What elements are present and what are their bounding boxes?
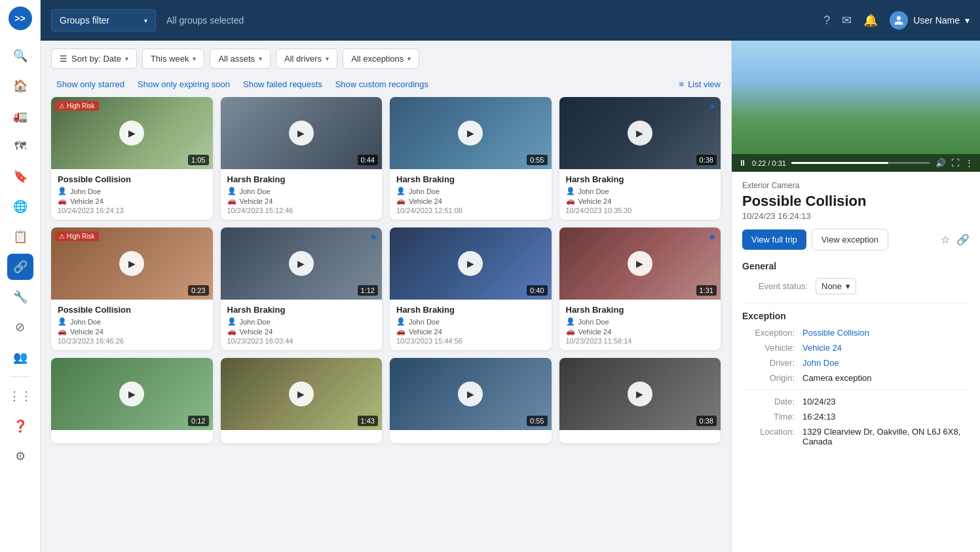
video-title-4: Harsh Braking xyxy=(566,174,715,184)
driver-icon-4: 👤 xyxy=(566,187,575,195)
groups-filter-label: Groups filter xyxy=(60,15,109,26)
video-title-7: Harsh Braking xyxy=(396,305,545,315)
play-button-11[interactable]: ▶ xyxy=(458,382,483,406)
sidebar-item-home[interactable]: 🏠 xyxy=(7,73,33,99)
video-card-12[interactable]: ▶ 0:38 xyxy=(559,358,721,443)
video-card-4[interactable]: ★ ▶ 0:38 Harsh Braking 👤 John Doe 🚗 Vehi… xyxy=(559,97,721,220)
sort-icon: ☰ xyxy=(60,54,67,64)
video-card-6[interactable]: ★ ▶ 1:12 Harsh Braking 👤 John Doe 🚗 Vehi… xyxy=(221,227,383,350)
video-card-7[interactable]: ▶ 0:40 Harsh Braking 👤 John Doe 🚗 Vehicl… xyxy=(390,227,552,350)
sidebar-item-grid[interactable]: ⋮⋮ xyxy=(7,383,33,409)
drivers-chevron-icon: ▾ xyxy=(326,55,329,62)
star-action-icon[interactable]: ☆ xyxy=(941,233,950,246)
video-date-3: 10/24/2023 12:51:08 xyxy=(396,207,545,214)
video-card-10[interactable]: ▶ 1:43 xyxy=(221,358,383,443)
volume-icon[interactable]: 🔊 xyxy=(935,158,946,168)
sidebar-item-link[interactable]: 🔗 xyxy=(7,254,33,280)
video-thumb-2: ▶ 0:44 xyxy=(221,97,383,169)
sub-filter-custom[interactable]: Show custom recordings xyxy=(330,77,434,92)
drivers-filter[interactable]: All drivers ▾ xyxy=(276,49,337,69)
play-button-5[interactable]: ▶ xyxy=(119,251,144,276)
time-value: 16:24:13 xyxy=(802,412,836,422)
video-grid: ⚠ High Risk ▶ 1:05 Possible Collision 👤 … xyxy=(41,97,731,552)
sidebar-item-settings[interactable]: ⚙ xyxy=(7,443,33,469)
sidebar-item-people[interactable]: 👥 xyxy=(7,344,33,370)
sidebar-item-camera[interactable]: ⊘ xyxy=(7,314,33,340)
video-card-11[interactable]: ▶ 0:55 xyxy=(390,358,552,443)
play-button-1[interactable]: ▶ xyxy=(119,121,144,146)
view-full-trip-button[interactable]: View full trip xyxy=(742,229,806,250)
play-button-7[interactable]: ▶ xyxy=(458,251,483,276)
play-button-8[interactable]: ▶ xyxy=(628,251,652,276)
play-button-4[interactable]: ▶ xyxy=(628,121,652,146)
sidebar: >> 🔍 🏠 🚛 🗺 🔖 🌐 📋 🔗 🔧 ⊘ 👥 ⋮⋮ ❓ ⚙ xyxy=(0,0,41,552)
fullscreen-icon[interactable]: ⛶ xyxy=(951,158,960,168)
sub-filter-expiring[interactable]: Show only expiring soon xyxy=(132,77,235,92)
more-icon[interactable]: ⋮ xyxy=(965,158,973,168)
event-status-chevron-icon: ▾ xyxy=(846,281,850,291)
vehicle-value[interactable]: Vehicle 24 xyxy=(802,343,842,353)
content-area: ☰ Sort by: Date ▾ This week ▾ All assets… xyxy=(41,41,980,552)
sidebar-logo[interactable]: >> xyxy=(9,7,32,30)
video-date-1: 10/24/2023 16:24:13 xyxy=(58,207,206,214)
sub-filter-starred[interactable]: Show only starred xyxy=(51,77,130,92)
video-info-9 xyxy=(51,430,213,443)
date-value: 10/24/23 xyxy=(802,397,836,406)
sub-filter-failed[interactable]: Show failed requests xyxy=(238,77,328,92)
driver-icon-3: 👤 xyxy=(396,187,405,195)
date-filter[interactable]: This week ▾ xyxy=(142,49,205,69)
bell-icon[interactable]: 🔔 xyxy=(863,13,878,28)
driver-icon-5: 👤 xyxy=(58,317,67,326)
sidebar-item-search[interactable]: 🔍 xyxy=(7,43,33,69)
time-key: Time: xyxy=(742,412,795,422)
play-button-10[interactable]: ▶ xyxy=(289,382,314,406)
user-menu[interactable]: User Name ▾ xyxy=(890,11,970,30)
event-status-dropdown[interactable]: None ▾ xyxy=(816,278,856,294)
video-thumb-3: ▶ 0:55 xyxy=(390,97,552,169)
video-vehicle-4: 🚗 Vehicle 24 xyxy=(566,197,715,205)
help-icon[interactable]: ? xyxy=(823,14,830,28)
sidebar-item-globe[interactable]: 🌐 xyxy=(7,193,33,220)
panel-title: Possible Collision xyxy=(742,193,970,210)
play-button-9[interactable]: ▶ xyxy=(119,382,144,406)
duration-10: 1:43 xyxy=(358,416,378,426)
sidebar-divider xyxy=(10,376,30,377)
video-date-6: 10/23/2023 16:03:44 xyxy=(227,337,376,345)
video-card-2[interactable]: ▶ 0:44 Harsh Braking 👤 John Doe 🚗 Vehicl… xyxy=(221,97,383,220)
sidebar-item-report[interactable]: 📋 xyxy=(7,224,33,250)
sidebar-item-map[interactable]: 🗺 xyxy=(7,133,33,159)
sidebar-item-tools[interactable]: 🔧 xyxy=(7,284,33,310)
play-button-6[interactable]: ▶ xyxy=(289,251,314,276)
vehicle-icon-5: 🚗 xyxy=(58,327,67,336)
driver-value[interactable]: John Doe xyxy=(802,358,839,368)
preview-progress-bar[interactable] xyxy=(791,162,930,164)
video-vehicle-8: 🚗 Vehicle 24 xyxy=(566,327,715,336)
video-card-8[interactable]: ★ ▶ 1:31 Harsh Braking 👤 John Doe 🚗 Vehi… xyxy=(559,227,721,350)
sidebar-item-bookmark[interactable]: 🔖 xyxy=(7,163,33,189)
view-exception-button[interactable]: View exception xyxy=(812,229,888,250)
pause-icon[interactable]: ⏸ xyxy=(738,158,747,168)
sidebar-item-fleet[interactable]: 🚛 xyxy=(7,103,33,129)
user-chevron-icon: ▾ xyxy=(965,15,970,26)
video-driver-5: 👤 John Doe xyxy=(58,317,206,326)
video-card-1[interactable]: ⚠ High Risk ▶ 1:05 Possible Collision 👤 … xyxy=(51,97,213,220)
play-button-3[interactable]: ▶ xyxy=(458,121,483,146)
top-header: Groups filter ▾ All groups selected ? ✉ … xyxy=(41,0,980,41)
video-card-9[interactable]: ▶ 0:12 xyxy=(51,358,213,443)
sidebar-item-help[interactable]: ❓ xyxy=(7,413,33,439)
video-title-1: Possible Collision xyxy=(58,174,206,184)
play-button-2[interactable]: ▶ xyxy=(289,121,314,146)
assets-filter[interactable]: All assets ▾ xyxy=(210,49,271,69)
video-card-3[interactable]: ▶ 0:55 Harsh Braking 👤 John Doe 🚗 Vehicl… xyxy=(390,97,552,220)
mail-icon[interactable]: ✉ xyxy=(842,13,852,28)
exception-value[interactable]: Possible Collision xyxy=(802,328,869,338)
exceptions-filter[interactable]: All exceptions ▾ xyxy=(343,49,419,69)
video-card-5[interactable]: ⚠ High Risk ▶ 0:23 Possible Collision 👤 … xyxy=(51,227,213,350)
play-button-12[interactable]: ▶ xyxy=(628,382,652,406)
video-driver-7: 👤 John Doe xyxy=(396,317,545,326)
sort-filter[interactable]: ☰ Sort by: Date ▾ xyxy=(51,49,137,69)
list-view-button[interactable]: ≡ List view xyxy=(679,79,721,89)
groups-filter-dropdown[interactable]: Groups filter ▾ xyxy=(51,9,156,31)
link-action-icon[interactable]: 🔗 xyxy=(956,233,970,246)
exception-key: Exception: xyxy=(742,328,795,338)
